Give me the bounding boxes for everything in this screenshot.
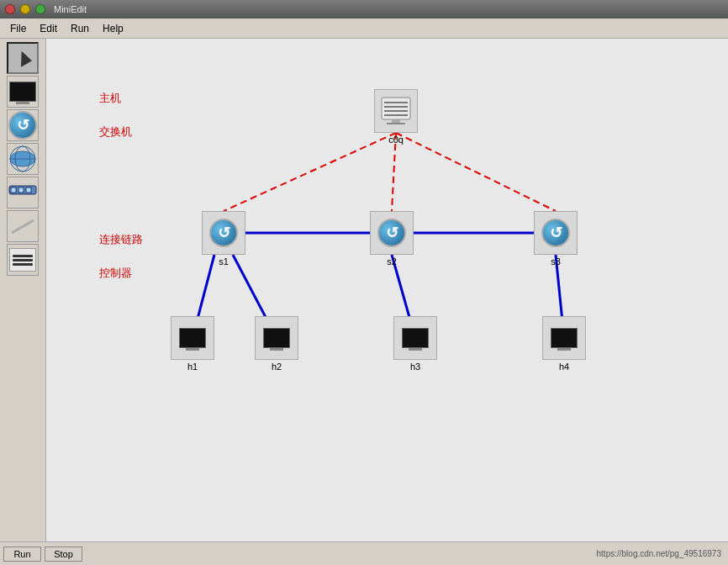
svg-rect-6: [18, 187, 24, 193]
node-h4[interactable]: h4: [542, 316, 586, 372]
switch-s1-icon: [209, 219, 238, 247]
menu-help[interactable]: Help: [96, 21, 130, 36]
menu-edit[interactable]: Edit: [33, 21, 64, 36]
tool-netdevice[interactable]: [7, 143, 39, 175]
switch-icon: [8, 111, 37, 140]
switch-s2-icon: [377, 219, 406, 247]
tool-legacyswitch[interactable]: [7, 177, 39, 209]
node-h3-label: h3: [410, 362, 420, 372]
link-icon: [11, 219, 34, 234]
host-h3-icon: [402, 328, 429, 348]
stop-button[interactable]: Stop: [45, 547, 82, 562]
host-h2-icon: [263, 328, 290, 348]
node-c0q[interactable]: c0q: [374, 89, 418, 145]
menu-run[interactable]: Run: [64, 21, 96, 36]
node-s1-label: s1: [219, 256, 229, 267]
host-h1-box: [171, 316, 214, 360]
node-s1[interactable]: s1: [202, 211, 245, 267]
node-h2[interactable]: h2: [255, 316, 298, 372]
node-s3-label: s3: [551, 256, 561, 267]
switch-s1-box: [202, 211, 245, 255]
tool-host[interactable]: [7, 76, 39, 108]
node-s2[interactable]: s2: [370, 211, 414, 267]
controller-icon: [9, 248, 36, 272]
node-h1-label: h1: [187, 362, 198, 372]
node-h3[interactable]: h3: [393, 316, 437, 372]
node-h4-label: h4: [559, 362, 569, 372]
tool-link[interactable]: [7, 210, 39, 242]
legacyswitch-icon: [8, 182, 37, 203]
link-label: 连接链路: [99, 232, 143, 247]
controller-label: 控制器: [99, 266, 132, 281]
minimize-button[interactable]: [20, 4, 30, 14]
toolbar: [0, 39, 46, 541]
tool-switch[interactable]: [7, 109, 39, 141]
host-h4-icon: [551, 328, 578, 348]
switch-s2-box: [370, 211, 414, 255]
menu-bar: File Edit Run Help: [0, 18, 728, 39]
node-h1[interactable]: h1: [171, 316, 214, 372]
canvas-area[interactable]: 主机 交换机 连接链路 控制器: [46, 39, 728, 541]
controller-node-icon: [380, 96, 412, 126]
menu-file[interactable]: File: [3, 21, 33, 36]
host-label: 主机: [99, 91, 121, 106]
svg-rect-8: [382, 98, 410, 119]
host-h3-box: [393, 316, 437, 360]
bottom-bar: Run Stop https://blog.cdn.net/pg_4951697…: [0, 541, 728, 565]
maximize-button[interactable]: [35, 4, 45, 14]
run-button[interactable]: Run: [3, 547, 41, 562]
conn-c0q-s3: [396, 133, 556, 211]
main-area: 主机 交换机 连接链路 控制器: [0, 39, 728, 541]
switch-s3-box: [534, 211, 578, 255]
host-h1-icon: [179, 328, 206, 348]
node-s2-label: s2: [387, 256, 397, 267]
switch-label: 交换机: [99, 124, 132, 140]
tool-controller[interactable]: [7, 244, 39, 276]
svg-rect-7: [26, 187, 31, 193]
node-s3[interactable]: s3: [534, 211, 578, 267]
window-title: MiniEdit: [54, 4, 87, 14]
svg-rect-14: [387, 123, 405, 124]
svg-rect-5: [11, 187, 16, 193]
host-h2-box: [255, 316, 298, 360]
switch-s3-icon: [541, 219, 570, 247]
conn-c0q-s1: [224, 133, 396, 211]
netdevice-icon: [8, 145, 37, 173]
tool-select[interactable]: [7, 42, 39, 74]
title-bar: MiniEdit: [0, 0, 728, 18]
host-icon: [9, 82, 36, 102]
node-c0q-label: c0q: [388, 135, 404, 145]
status-text: https://blog.cdn.net/pg_49516973: [597, 549, 721, 558]
cursor-icon: [14, 49, 32, 66]
host-h4-box: [542, 316, 586, 360]
svg-rect-13: [392, 119, 400, 123]
node-h2-label: h2: [272, 362, 282, 372]
controller-box: [374, 89, 418, 133]
close-button[interactable]: [5, 4, 15, 14]
